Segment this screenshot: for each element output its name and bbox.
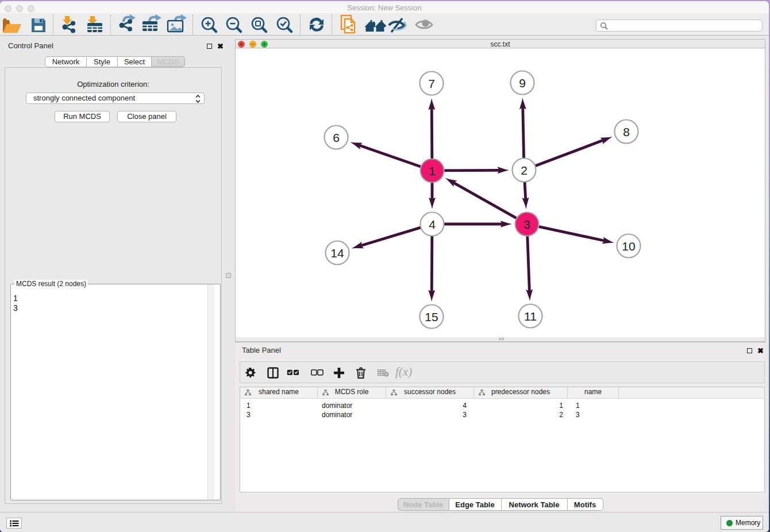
svg-text:9: 9 — [519, 76, 526, 90]
svg-text:11: 11 — [524, 310, 537, 323]
svg-text:14: 14 — [330, 246, 344, 260]
svg-text:4: 4 — [429, 218, 436, 231]
svg-text:2: 2 — [521, 164, 528, 177]
svg-text:8: 8 — [623, 125, 630, 138]
svg-text:6: 6 — [333, 131, 340, 144]
svg-text:1: 1 — [429, 164, 436, 178]
svg-text:7: 7 — [428, 77, 435, 90]
svg-text:15: 15 — [425, 310, 438, 323]
svg-text:3: 3 — [523, 218, 530, 231]
svg-text:10: 10 — [622, 240, 635, 253]
